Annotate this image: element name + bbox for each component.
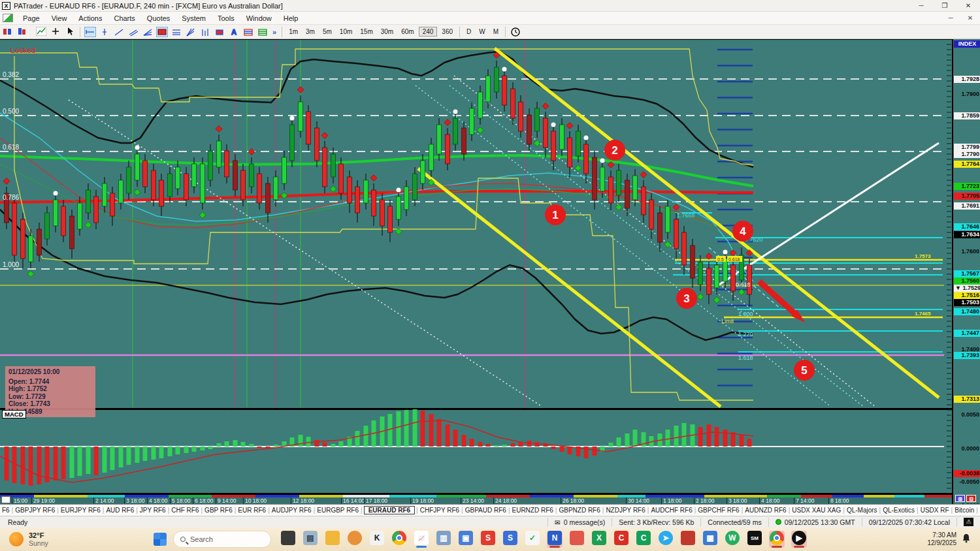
tab-euraud-rf6[interactable]: EURAUD RF6 — [364, 506, 415, 514]
plus-icon[interactable] — [50, 26, 61, 37]
onenote-icon[interactable]: N — [547, 531, 563, 548]
timeframe-15m[interactable]: 15m — [357, 27, 376, 36]
tab-audnzd-rf6[interactable]: AUDNZD RF6 — [743, 507, 788, 514]
ohlc-grid-tool[interactable] — [242, 27, 254, 37]
w-green-icon[interactable]: W — [725, 531, 740, 548]
tab-usdx-xau-xag[interactable]: USDX XAU XAG — [790, 507, 843, 514]
price-label-tool[interactable] — [214, 27, 225, 37]
tab-nzdjpy-rf6[interactable]: NZDJPY RF6 — [604, 507, 647, 514]
c-red-icon[interactable]: C — [613, 531, 629, 548]
kc-app-icon[interactable]: K — [369, 531, 385, 548]
timeframe-10m[interactable]: 10m — [336, 27, 355, 36]
start-button[interactable] — [154, 533, 167, 546]
menu-view[interactable]: View — [46, 14, 73, 22]
chrome2-icon[interactable] — [769, 531, 785, 548]
menu-tools[interactable]: Tools — [212, 14, 240, 22]
tab-usdx-rf[interactable]: USDX RF — [919, 507, 951, 514]
alert-icon[interactable]: ⚠ — [964, 518, 973, 526]
tab-eurjpy-rf6[interactable]: EURJPY RF6 — [59, 507, 103, 514]
chart-icon[interactable] — [35, 26, 47, 37]
rectangle-tool[interactable] — [156, 27, 168, 37]
media-icon[interactable]: ▶ — [791, 531, 807, 548]
tab-ql-majors[interactable]: QL-Majors — [845, 507, 879, 514]
timeframe-5m[interactable]: 5m — [319, 27, 335, 36]
tab-aud-rf6[interactable]: AUD RF6 — [104, 507, 136, 514]
tab-eur-rf6[interactable]: EUR RF6 — [236, 507, 268, 514]
vertical-bars-tool[interactable] — [199, 27, 211, 37]
zoom-in-button[interactable]: ⊞ — [955, 495, 965, 502]
timeframe-240[interactable]: 240 — [419, 27, 438, 37]
gann-fan-tool[interactable] — [185, 27, 197, 37]
tile-windows-icon[interactable] — [1, 27, 13, 37]
tab-eurgbp-rf6[interactable]: EURGBP RF6 — [315, 507, 361, 514]
price-chart[interactable]: Locked0.3820.5000.6180.7861.0001.76681.7… — [0, 40, 952, 495]
cascade-windows-icon[interactable] — [16, 27, 27, 37]
check-green-icon[interactable]: ✓ — [525, 531, 540, 548]
telegram-icon[interactable]: ➤ — [658, 531, 674, 548]
timeframe-60m[interactable]: 60m — [398, 27, 417, 36]
flame-icon[interactable] — [569, 531, 585, 548]
menu-quotes[interactable]: Quotes — [141, 14, 176, 22]
mdi-minimize-button[interactable]: ─ — [941, 14, 960, 22]
mdi-close-button[interactable]: ✕ — [960, 14, 980, 22]
period-m[interactable]: M — [490, 27, 502, 36]
tab-gbp-rf6[interactable]: GBP RF6 — [203, 507, 235, 514]
maximize-button[interactable]: ❐ — [933, 2, 956, 9]
tab-gbpchf-rf6[interactable]: GBPCHF RF6 — [696, 507, 741, 514]
timeframe-360[interactable]: 360 — [438, 27, 456, 36]
tab-audchf-rf6[interactable]: AUDCHF RF6 — [649, 507, 694, 514]
minimize-button[interactable]: ─ — [909, 2, 933, 9]
close-button[interactable]: ✕ — [956, 2, 980, 9]
horizontal-line-tool[interactable] — [84, 27, 96, 37]
timeframe-1m[interactable]: 1m — [286, 27, 301, 36]
c-green-icon[interactable]: C — [636, 531, 651, 548]
smr-icon[interactable]: SM — [747, 531, 762, 548]
menu-actions[interactable]: Actions — [73, 14, 108, 22]
channel-tool[interactable] — [127, 27, 139, 37]
tab-chf-rf6[interactable]: CHF RF6 — [169, 507, 201, 514]
s-red-icon[interactable]: S — [480, 531, 496, 548]
notification-bell-icon[interactable] — [962, 533, 980, 546]
tab-gbpjpy-rf6[interactable]: GBPJPY RF6 — [13, 507, 57, 514]
menu-system[interactable]: System — [176, 14, 212, 22]
text-tool[interactable]: A — [228, 27, 240, 37]
period-w[interactable]: W — [476, 27, 488, 36]
cursor-icon[interactable] — [64, 26, 76, 37]
dark-app-icon[interactable] — [280, 531, 296, 548]
trendline-tool[interactable] — [113, 27, 125, 37]
tab-f6[interactable]: F6 — [0, 507, 12, 514]
timeframe-3m[interactable]: 3m — [302, 27, 318, 36]
taskbar-search[interactable]: Search — [173, 531, 271, 548]
menu-page[interactable]: Page — [17, 14, 46, 22]
tab-gbpaud-rf6[interactable]: GBPAUD RF6 — [463, 507, 508, 514]
tab-chfjpy-rf6[interactable]: CHFJPY RF6 — [418, 507, 461, 514]
excel-icon[interactable]: X — [591, 531, 607, 548]
ohlc-grid-green-tool[interactable] — [257, 27, 269, 37]
scroll-home-button[interactable] — [1, 496, 10, 503]
photos-icon[interactable]: ▣ — [458, 531, 474, 548]
notebook-icon[interactable]: ▥ — [436, 531, 451, 548]
menu-window[interactable]: Window — [240, 14, 278, 22]
timeframe-30m[interactable]: 30m — [378, 27, 397, 36]
menu-charts[interactable]: Charts — [108, 14, 140, 22]
tab-ql-exotics[interactable]: QL-Exotics — [881, 507, 917, 514]
tab-jpy-rf6[interactable]: JPY RF6 — [138, 507, 168, 514]
chrome-icon[interactable] — [391, 531, 407, 548]
folder-icon[interactable] — [325, 531, 340, 548]
s-blue-icon[interactable]: S — [502, 531, 518, 548]
vertical-line-tool[interactable] — [99, 27, 110, 37]
tab-gbpnzd-rf6[interactable]: GBPNZD RF6 — [557, 507, 602, 514]
time-axis[interactable]: 15:0029 19:002 14:003 18:004 18:005 18:0… — [0, 495, 952, 505]
chart-canvas[interactable]: Locked0.3820.5000.6180.7861.0001.76681.7… — [0, 39, 952, 504]
tab-audjpy-rf6[interactable]: AUDJPY RF6 — [270, 507, 314, 514]
taskbar-clock[interactable]: 7:30 AM 12/9/2025 — [928, 531, 962, 547]
zoom-out-button[interactable]: ⊟ — [966, 495, 976, 502]
period-d[interactable]: D — [463, 27, 474, 36]
patrader-icon[interactable]: 📈 — [414, 531, 429, 548]
tab-bitcoin[interactable]: Bitcoin — [953, 507, 976, 514]
price-axis[interactable]: ⊞ ⊟ INDEX1.79281.79001.78591.77991.77901… — [952, 39, 980, 504]
clock-icon[interactable] — [510, 27, 521, 37]
fib-fan-tool[interactable] — [142, 27, 154, 37]
bank-icon[interactable]: ▦ — [702, 531, 718, 548]
macd-indicator-label[interactable]: MACD — [2, 410, 26, 418]
